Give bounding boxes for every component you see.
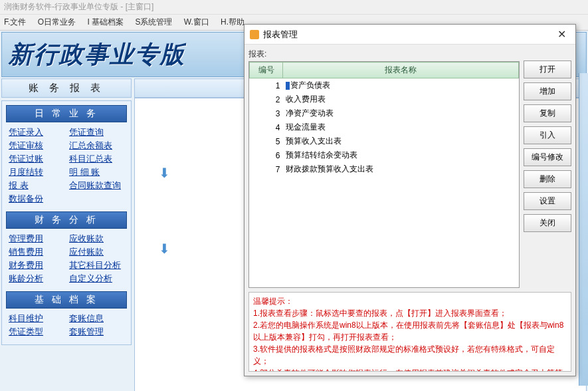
cell-name: 资产负债表 [283, 78, 519, 93]
nav-link[interactable]: 应付账款 [69, 246, 124, 258]
table-row[interactable]: 1资产负债表 [250, 78, 519, 93]
nav-link[interactable]: 凭证查询 [69, 126, 124, 138]
cell-name: 收入费用表 [283, 92, 519, 106]
nav-link[interactable]: 凭证过账 [9, 153, 64, 165]
tips-head: 温馨提示： [253, 295, 567, 307]
cell-name: 财政拨款预算收入支出表 [283, 162, 519, 176]
menu-window[interactable]: W.窗口 [184, 17, 209, 27]
add-button[interactable]: 增加 [524, 82, 571, 100]
cell-num: 4 [250, 120, 283, 134]
close-button[interactable]: 关闭 [524, 214, 571, 232]
nav-link[interactable]: 月度结转 [9, 166, 64, 178]
nav-link[interactable]: 科目汇总表 [69, 153, 124, 165]
menu-daily[interactable]: O日常业务 [38, 17, 76, 27]
nav-link[interactable]: 凭证录入 [9, 126, 64, 138]
delete-button[interactable]: 删除 [524, 170, 571, 188]
cell-num: 6 [250, 148, 283, 162]
nav-link[interactable]: 合同账款查询 [69, 180, 124, 192]
table-row[interactable]: 2收入费用表 [250, 92, 519, 106]
renumber-button[interactable]: 编号修改 [524, 148, 571, 166]
col-name[interactable]: 报表名称 [283, 63, 519, 78]
nav-link[interactable]: 销售费用 [9, 246, 64, 258]
tip-line: 2.若您的电脑操作系统是win8以上版本，在使用报表前先将【套账信息】处【报表与… [253, 319, 567, 343]
nav-link [69, 193, 124, 205]
close-icon[interactable]: ✕ [553, 28, 570, 41]
tip-line: 1.报表查看步骤：鼠标选中要查的报表，点【打开】进入报表界面查看； [253, 307, 567, 319]
nav-link[interactable]: 报 表 [9, 180, 64, 192]
cell-num: 1 [250, 78, 283, 93]
report-table[interactable]: 编号 报表名称 1资产负债表2收入费用表3净资产变动表4现金流量表5预算收入支出… [248, 61, 520, 288]
nav-link[interactable]: 应收账款 [69, 233, 124, 245]
copy-button[interactable]: 复制 [524, 104, 571, 122]
nav-link[interactable]: 数据备份 [9, 193, 64, 205]
table-row[interactable]: 3净资产变动表 [250, 106, 519, 120]
menu-file[interactable]: F.文件 [4, 17, 26, 27]
dialog-titlebar: 报表管理 ✕ [245, 25, 575, 45]
table-row[interactable]: 5预算收入支出表 [250, 134, 519, 148]
section-daily: 日 常 业 务 [6, 105, 127, 122]
open-button[interactable]: 打开 [524, 61, 571, 78]
table-row[interactable]: 6预算结转结余变动表 [250, 148, 519, 162]
nav-link[interactable]: 财务费用 [9, 259, 64, 271]
left-panel-title: 账 务 报 表 [1, 78, 132, 98]
cell-name: 预算结转结余变动表 [283, 148, 519, 162]
cell-num: 5 [250, 134, 283, 148]
tip-line: 3.软件提供的报表格式是按照财政部规定的标准格式预设好，若您有特殊格式，可自定义… [253, 343, 567, 367]
cell-num: 7 [250, 162, 283, 176]
nav-link[interactable]: 其它科目分析 [69, 259, 124, 271]
col-number[interactable]: 编号 [250, 63, 283, 78]
import-button[interactable]: 引入 [524, 126, 571, 144]
nav-link[interactable]: 科目维护 [9, 313, 64, 325]
nav-link[interactable]: 套账管理 [69, 326, 124, 338]
fieldset-label: 报表: [248, 49, 520, 60]
cell-num: 2 [250, 92, 283, 106]
section-analysis: 财 务 分 析 [6, 211, 127, 229]
menu-archive[interactable]: I 基础档案 [87, 17, 124, 27]
cell-num: 3 [250, 106, 283, 120]
right-strip [579, 73, 588, 386]
nav-link[interactable]: 账龄分析 [9, 273, 64, 285]
menu-system[interactable]: S系统管理 [135, 17, 172, 27]
banner-text: 新行政事业专版 [9, 39, 185, 71]
menu-help[interactable]: H.帮助 [221, 17, 245, 27]
cell-name: 现金流量表 [283, 120, 519, 134]
cell-name: 预算收入支出表 [283, 134, 519, 148]
nav-link[interactable]: 自定义分析 [69, 273, 124, 285]
dialog-title: 报表管理 [263, 29, 298, 41]
app-icon [250, 30, 259, 39]
report-manage-dialog: 报表管理 ✕ 报表: 编号 报表名称 1资产负债表2收入费用表3净资产变动表4现… [244, 24, 576, 376]
cell-name: 净资产变动表 [283, 106, 519, 120]
settings-button[interactable]: 设置 [524, 192, 571, 210]
nav-link[interactable]: 汇总余额表 [69, 140, 124, 152]
section-archive: 基 础 档 案 [6, 291, 127, 309]
nav-link[interactable]: 管理费用 [9, 233, 64, 245]
nav-link[interactable]: 凭证审核 [9, 140, 64, 152]
table-row[interactable]: 4现金流量表 [250, 120, 519, 134]
nav-link[interactable]: 凭证类型 [9, 326, 64, 338]
tip-line: 4.部分杀毒软件可能会影响您报表运行，在使用报表前建议关闭杀毒软件或安全卫士等第… [253, 367, 567, 372]
window-title: 润衡财务软件-行政事业单位专版 - [主窗口] [0, 0, 588, 15]
nav-link[interactable]: 明 细 账 [69, 166, 124, 178]
tips-box: 温馨提示： 1.报表查看步骤：鼠标选中要查的报表，点【打开】进入报表界面查看；2… [248, 292, 571, 372]
table-row[interactable]: 7财政拨款预算收入支出表 [250, 162, 519, 176]
nav-link[interactable]: 套账信息 [69, 313, 124, 325]
